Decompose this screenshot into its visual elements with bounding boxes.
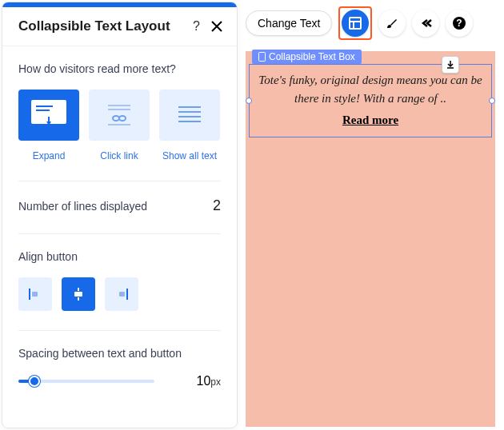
layout-button[interactable] bbox=[342, 10, 369, 37]
svg-text:?: ? bbox=[457, 18, 462, 29]
svg-rect-14 bbox=[32, 292, 38, 297]
align-center-icon bbox=[70, 286, 86, 302]
option-click-link-label: Click link bbox=[89, 150, 150, 161]
panel-body: How do visitors read more text? bbox=[2, 46, 237, 396]
read-more-link[interactable]: Read more bbox=[258, 113, 483, 127]
svg-point-6 bbox=[113, 116, 119, 121]
canvas[interactable]: Collapsible Text Box Tote's funky, origi… bbox=[246, 51, 495, 427]
align-buttons bbox=[18, 277, 221, 311]
svg-rect-20 bbox=[350, 18, 361, 29]
option-show-all-label: Show all text bbox=[159, 150, 220, 161]
settings-panel: Collapsible Text Layout ? How do visitor… bbox=[2, 2, 238, 428]
svg-rect-19 bbox=[119, 292, 125, 297]
align-right-icon bbox=[114, 286, 130, 302]
canvas-area: Change Text ? Collapsible Text Box Tote bbox=[239, 0, 504, 430]
align-right-button[interactable] bbox=[105, 277, 138, 311]
option-show-all[interactable] bbox=[159, 90, 220, 141]
spacing-unit: px bbox=[210, 376, 221, 388]
divider bbox=[18, 330, 221, 331]
svg-point-7 bbox=[119, 116, 126, 121]
lines-value[interactable]: 2 bbox=[213, 197, 221, 214]
mobile-icon bbox=[258, 52, 266, 62]
animation-button[interactable] bbox=[412, 10, 439, 37]
collapsible-text-content[interactable]: Tote's funky, original design means you … bbox=[258, 71, 483, 107]
question-icon: ? bbox=[452, 16, 466, 30]
panel-header: Collapsible Text Layout ? bbox=[2, 7, 237, 46]
show-all-icon bbox=[171, 99, 208, 131]
close-button[interactable] bbox=[211, 21, 222, 32]
svg-rect-25 bbox=[259, 53, 266, 62]
spacing-label: Spacing between text and button bbox=[18, 347, 221, 360]
element-badge-label: Collapsible Text Box bbox=[269, 51, 355, 62]
option-expand-label: Expand bbox=[18, 150, 79, 161]
resize-handle-left[interactable] bbox=[246, 98, 252, 104]
brush-icon bbox=[385, 16, 399, 30]
spacing-row: 10px bbox=[18, 374, 221, 388]
download-icon bbox=[446, 60, 455, 70]
slider-thumb[interactable] bbox=[29, 376, 40, 387]
read-mode-options bbox=[18, 90, 221, 141]
read-mode-option-labels: Expand Click link Show all text bbox=[18, 150, 221, 161]
download-handle[interactable] bbox=[442, 56, 459, 74]
link-icon bbox=[101, 99, 138, 131]
spacing-slider[interactable] bbox=[18, 375, 154, 388]
close-icon bbox=[211, 21, 222, 32]
svg-rect-17 bbox=[74, 292, 82, 297]
option-expand[interactable] bbox=[18, 90, 79, 141]
layout-icon bbox=[348, 16, 362, 30]
align-left-button[interactable] bbox=[18, 277, 52, 311]
lines-label: Number of lines displayed bbox=[18, 200, 147, 213]
divider bbox=[18, 233, 221, 234]
spacing-value-wrap: 10px bbox=[197, 374, 221, 388]
align-center-button[interactable] bbox=[62, 277, 95, 311]
read-mode-label: How do visitors read more text? bbox=[18, 62, 221, 75]
lines-row: Number of lines displayed 2 bbox=[18, 197, 221, 214]
layout-button-highlight bbox=[338, 6, 372, 40]
expand-icon bbox=[30, 99, 67, 131]
option-click-link[interactable] bbox=[89, 90, 150, 141]
change-text-button[interactable]: Change Text bbox=[246, 10, 332, 36]
help-button[interactable]: ? bbox=[193, 19, 200, 34]
align-left-icon bbox=[27, 286, 43, 302]
panel-title: Collapsible Text Layout bbox=[18, 18, 170, 34]
selected-element[interactable]: Tote's funky, original design means you … bbox=[249, 64, 492, 137]
design-button[interactable] bbox=[378, 10, 406, 37]
help-toolbar-button[interactable]: ? bbox=[446, 10, 473, 37]
animation-icon bbox=[418, 16, 433, 30]
element-toolbar: Change Text ? bbox=[246, 6, 504, 40]
element-badge: Collapsible Text Box bbox=[252, 50, 362, 64]
spacing-value: 10 bbox=[197, 374, 211, 388]
divider bbox=[18, 181, 221, 181]
align-label: Align button bbox=[18, 250, 221, 263]
resize-handle-right[interactable] bbox=[489, 98, 495, 104]
